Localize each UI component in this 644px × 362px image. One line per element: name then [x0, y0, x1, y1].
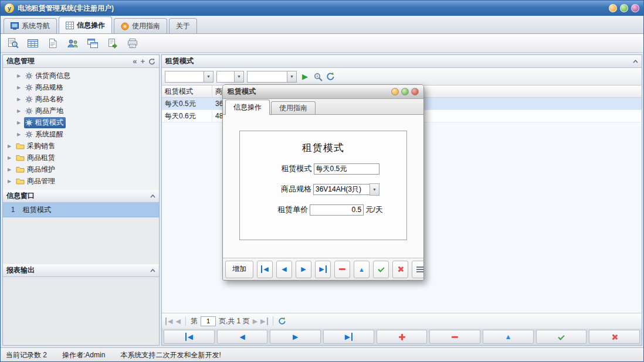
expander-icon[interactable] — [8, 179, 15, 184]
dialog-tab-info-operation[interactable]: 信息操作 — [225, 100, 270, 115]
save-record-button[interactable] — [373, 261, 389, 278]
last-record-button[interactable] — [315, 261, 331, 278]
expander-icon[interactable] — [17, 97, 24, 102]
filter-value-input[interactable] — [247, 71, 287, 83]
export-button[interactable] — [104, 36, 121, 51]
tree-item-purchase-sales[interactable]: 采购销售 — [3, 140, 159, 152]
advanced-search-icon[interactable] — [313, 72, 323, 81]
expander-icon[interactable] — [8, 155, 15, 160]
run-query-icon[interactable] — [300, 72, 310, 81]
close-button[interactable] — [631, 4, 639, 12]
window-label: 租赁模式 — [23, 205, 51, 215]
delete-record-button[interactable] — [429, 330, 480, 344]
next-record-button[interactable] — [296, 261, 311, 278]
chevron-down-icon[interactable] — [370, 183, 379, 196]
grid-cell: 每天0.5元 — [162, 98, 212, 110]
previous-page-icon[interactable] — [175, 317, 180, 325]
tree-item-label: 商品名称 — [35, 94, 63, 104]
page-total-text: 页,共 1 页 — [219, 316, 250, 326]
dialog-maximize-button[interactable] — [401, 88, 409, 95]
table-button[interactable] — [24, 36, 41, 51]
dialog-close-button[interactable] — [411, 88, 419, 95]
chevron-down-icon[interactable] — [287, 71, 297, 83]
dialog-minimize-button[interactable] — [391, 88, 399, 95]
users-icon — [67, 38, 79, 49]
expander-icon[interactable] — [17, 120, 24, 125]
tree-item-product-rental[interactable]: 商品租赁 — [3, 152, 159, 163]
more-actions-button[interactable] — [412, 261, 423, 278]
tab-system-nav[interactable]: 系统导航 — [4, 18, 57, 33]
tab-about[interactable]: 关于 — [169, 18, 197, 33]
expander-icon[interactable] — [17, 85, 24, 90]
tree-item-rental-mode[interactable]: 租赁模式 — [3, 117, 159, 128]
expander-icon[interactable] — [8, 144, 15, 149]
last-record-button[interactable] — [323, 330, 374, 344]
first-record-button[interactable] — [164, 330, 215, 344]
folder-icon — [16, 154, 25, 161]
tree-item-product-maintenance[interactable]: 商品维护 — [3, 163, 159, 175]
document-button[interactable] — [44, 36, 61, 51]
page-number-input[interactable] — [201, 316, 216, 326]
tools-icon — [25, 107, 33, 115]
tab-info-operation[interactable]: 信息操作 — [59, 16, 112, 33]
table-icon — [27, 38, 39, 49]
expander-icon[interactable] — [17, 73, 24, 78]
add-record-button[interactable] — [377, 330, 428, 344]
collapse-up-icon[interactable] — [150, 194, 155, 198]
edit-record-button[interactable] — [354, 261, 370, 278]
dialog-title: 租赁模式 — [228, 87, 389, 97]
users-button[interactable] — [64, 36, 81, 51]
windows-button[interactable] — [84, 36, 101, 51]
filter-operator-input[interactable] — [216, 71, 234, 83]
collapse-left-icon[interactable] — [133, 57, 137, 66]
chevron-down-icon[interactable] — [234, 71, 244, 83]
tree-item-product-origin[interactable]: 商品产地 — [3, 105, 159, 117]
grid-icon — [66, 22, 74, 29]
cancel-record-button[interactable] — [589, 330, 640, 344]
chevron-down-icon[interactable] — [204, 71, 213, 83]
edit-record-button[interactable] — [483, 330, 534, 344]
expander-icon[interactable] — [8, 167, 15, 172]
refresh-icon[interactable] — [148, 58, 155, 65]
collapse-up-icon[interactable] — [150, 269, 155, 272]
product-spec-field[interactable] — [313, 184, 370, 195]
tab-user-guide[interactable]: 使用指南 — [114, 18, 167, 33]
maximize-button[interactable] — [620, 4, 628, 12]
previous-record-button[interactable] — [217, 330, 268, 344]
rental-mode-field[interactable] — [314, 163, 379, 175]
expander-icon[interactable] — [17, 132, 24, 137]
rental-price-field[interactable] — [310, 204, 364, 216]
save-record-button[interactable] — [536, 330, 587, 344]
icon-toolbar — [1, 34, 643, 53]
filter-field-input[interactable] — [165, 71, 204, 83]
refresh-page-icon[interactable] — [278, 317, 286, 325]
tools-icon — [25, 72, 33, 80]
tree-item-product-name[interactable]: 商品名称 — [3, 93, 159, 105]
tree-item-supplier-info[interactable]: 供货商信息 — [3, 70, 159, 81]
tree-item-system-reminder[interactable]: 系统提醒 — [3, 128, 159, 140]
collapse-up-icon[interactable] — [633, 60, 638, 63]
refresh-grid-icon[interactable] — [326, 72, 335, 81]
previous-record-button[interactable] — [276, 261, 292, 278]
column-header-rental-mode[interactable]: 租赁模式 — [162, 86, 212, 97]
tree-item-product-spec[interactable]: 商品规格 — [3, 81, 159, 93]
minimize-button[interactable] — [609, 4, 617, 12]
dialog-titlebar[interactable]: 租赁模式 — [223, 85, 423, 99]
last-page-icon[interactable] — [260, 317, 267, 325]
tree-item-label: 商品产地 — [35, 106, 63, 116]
next-page-icon[interactable] — [253, 317, 257, 325]
report-button[interactable] — [124, 36, 141, 51]
expander-icon[interactable] — [17, 108, 24, 114]
cancel-record-button[interactable] — [392, 261, 408, 278]
next-record-button[interactable] — [270, 330, 321, 344]
dialog-tab-user-guide[interactable]: 使用指南 — [271, 101, 316, 114]
delete-record-button[interactable] — [334, 261, 350, 278]
tree-item-product-management[interactable]: 商品管理 — [3, 175, 159, 187]
first-record-button[interactable] — [257, 261, 273, 278]
record-action-bar — [162, 329, 642, 345]
first-page-icon[interactable] — [165, 317, 172, 325]
expand-all-icon[interactable] — [140, 57, 145, 66]
window-list-item[interactable]: 1 租赁模式 — [3, 203, 159, 217]
add-button[interactable]: 增加 — [225, 261, 253, 278]
search-button[interactable] — [4, 36, 21, 51]
